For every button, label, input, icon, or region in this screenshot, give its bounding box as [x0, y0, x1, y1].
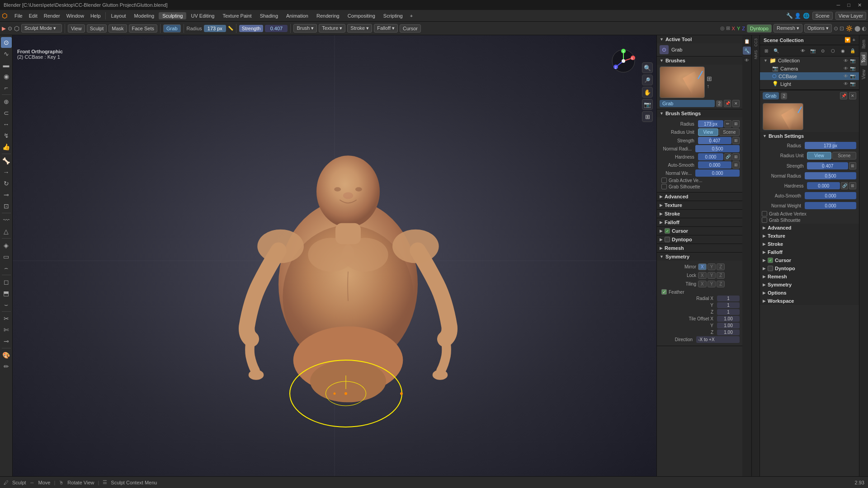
tool-flatten[interactable]: ▬ [1, 60, 12, 70]
tab-rendering[interactable]: Rendering [313, 12, 343, 19]
right-tab-item[interactable]: Item [860, 37, 867, 51]
right-remesh-header[interactable]: ▶ Remesh [760, 272, 859, 281]
tool-lasso-face[interactable]: ⌣ [1, 299, 12, 310]
scene-filter-icon[interactable]: 🔽 [844, 37, 851, 43]
tool-pose[interactable]: 🦴 [1, 155, 12, 166]
brush-replace-btn[interactable]: ↑ [707, 83, 712, 89]
tab-modeling[interactable]: Modeling [131, 12, 158, 19]
right-dyntopo-cb[interactable] [768, 266, 773, 271]
strength-value-display[interactable]: 0.407 [265, 25, 288, 32]
right-hardness-link-btn[interactable]: 🔗 [841, 182, 848, 189]
hand-tool-btn[interactable]: ✋ [642, 87, 653, 98]
sculpt-mode-dropdown[interactable]: Sculpt Mode ▾ [21, 24, 62, 33]
symmetry-header[interactable]: ▼ Symmetry [657, 253, 742, 261]
right-strength-expand-btn[interactable]: ⊞ [849, 162, 856, 169]
tool-fill[interactable]: ◉ [1, 71, 12, 82]
tab-animation[interactable]: Animation [283, 12, 312, 19]
scene-filter-btn[interactable]: 🔍 [772, 46, 781, 55]
tool-slide-relax[interactable]: ⊸ [1, 189, 12, 200]
lock-z-btn[interactable]: Z [717, 272, 725, 279]
scene-expand-all-btn[interactable]: ⊞ [762, 46, 771, 55]
radius-input[interactable]: 173 px [698, 120, 723, 127]
brush-pin-btn[interactable]: 📌 [724, 100, 731, 107]
right-dyntopo-header[interactable]: ▶ Dyntopo [760, 264, 859, 272]
grab-active-vertex-cb[interactable] [661, 178, 667, 183]
texture-dropdown[interactable]: Texture ▾ [319, 24, 345, 33]
cursor-header[interactable]: ▶ ✓ Cursor [657, 227, 742, 235]
right-grab-pin-btn[interactable]: 📌 [840, 92, 847, 99]
menu-edit[interactable]: Edit [26, 12, 40, 19]
tool-snake[interactable]: ↯ [1, 130, 12, 141]
right-tab-view[interactable]: View [860, 67, 867, 82]
scene-indirect-btn[interactable]: ⬡ [828, 46, 837, 55]
right-workspace-header[interactable]: ▶ Workspace [760, 297, 859, 305]
radius-unit-view-btn[interactable]: View [698, 128, 718, 136]
sculpt-btn[interactable]: Sculpt [87, 24, 107, 33]
radius-value-display[interactable]: 173 px [204, 25, 226, 32]
menu-file[interactable]: File [12, 12, 25, 19]
scene-holdout-btn[interactable]: ⊙ [818, 46, 827, 55]
right-strength-input[interactable]: 0.407 [807, 162, 848, 169]
ccbase-eye-btn[interactable]: 👁 [844, 74, 848, 79]
right-radius-unit-view-btn[interactable]: View [807, 152, 831, 160]
props-tab-view[interactable]: 👁 [743, 56, 751, 64]
right-grab-active-vertex-cb[interactable] [762, 211, 767, 216]
tool-mask-color[interactable]: 🎨 [1, 350, 12, 361]
normal-weight-input[interactable]: 0.000 [695, 169, 740, 177]
cursor-dropdown[interactable]: Cursor [400, 24, 421, 33]
light-eye-btn[interactable]: 👁 [844, 81, 848, 86]
brushes-header[interactable]: ▼ Brushes [657, 56, 742, 65]
tool-mask[interactable]: ◈ [1, 240, 12, 251]
add-workspace-btn[interactable]: + [407, 12, 415, 19]
strength-expand-btn[interactable]: ⊞ [732, 137, 740, 144]
tab-texture-paint[interactable]: Texture Paint [219, 12, 255, 19]
blender-logo[interactable]: ⬡ [2, 12, 7, 19]
menu-help[interactable]: Help [88, 12, 104, 19]
right-cursor-header[interactable]: ▶ ✓ Cursor [760, 256, 859, 264]
menu-window[interactable]: Window [64, 12, 87, 19]
stroke-header[interactable]: ▶ Stroke [657, 210, 742, 218]
close-btn[interactable]: ✕ [855, 2, 864, 8]
grid-toggle-btn[interactable]: ⊞ [642, 111, 653, 122]
right-grab-close-btn[interactable]: ✕ [849, 92, 856, 99]
options-btn[interactable]: Options ▾ [804, 24, 832, 33]
collection-camera-btn[interactable]: 📷 [850, 58, 855, 63]
right-grab-name[interactable]: Grab [763, 92, 779, 99]
xyz-axis-z[interactable]: Z [742, 26, 745, 31]
tab-layout[interactable]: Layout [108, 12, 130, 19]
ccbase-item[interactable]: ▶ ⬡ CCBase 👁 📷 [760, 72, 859, 80]
tool-annotate[interactable]: ✏ [1, 361, 12, 372]
feather-cb[interactable]: ✓ [661, 289, 667, 295]
brush-close-btn[interactable]: ✕ [732, 100, 740, 107]
mirror-x-btn[interactable]: X [698, 263, 707, 270]
right-normal-radius-input[interactable]: 0.500 [805, 172, 856, 179]
view-layer-dropdown[interactable]: View Layer [835, 12, 866, 20]
hardness-expand-btn[interactable]: ⊞ [732, 153, 740, 160]
direction-dropdown[interactable]: -X to +X [696, 336, 740, 343]
tile-offset-y-val[interactable]: 1.00 [717, 323, 740, 328]
tool-grab[interactable]: ⊙ [1, 37, 12, 48]
right-radius-input[interactable]: 173 px [805, 142, 856, 149]
brush-thumbnail[interactable] [660, 66, 705, 98]
tool-scrape[interactable]: ⌐ [1, 82, 12, 93]
camera-toggle-btn[interactable]: 📷 [642, 99, 653, 110]
right-options-header[interactable]: ▶ Options [760, 289, 859, 297]
tool-thumb[interactable]: 👍 [1, 141, 12, 152]
face-sets-btn[interactable]: Face Sets [129, 24, 158, 33]
tool-box-mask[interactable]: ▭ [1, 251, 12, 262]
tool-nudge[interactable]: → [1, 167, 12, 178]
scene-dropdown[interactable]: Scene [812, 12, 833, 20]
right-falloff-header[interactable]: ▶ Falloff [760, 248, 859, 256]
auto-smooth-input[interactable]: 0.000 [698, 161, 731, 169]
right-symmetry-header[interactable]: ▶ Symmetry [760, 281, 859, 289]
brush-dropdown[interactable]: Brush ▾ [293, 24, 317, 33]
radius-unit-scene-btn[interactable]: Scene [719, 128, 740, 136]
tool-lasso-mask[interactable]: ⌢ [1, 263, 12, 273]
tool-multiplane[interactable]: ⊕ [1, 96, 12, 107]
right-hardness-input[interactable]: 0.000 [807, 182, 840, 189]
mirror-y-btn[interactable]: Y [708, 263, 716, 270]
normal-radius-input[interactable]: 0.500 [695, 145, 740, 152]
scene-add-icon[interactable]: + [853, 37, 855, 43]
minimize-btn[interactable]: ─ [834, 2, 843, 8]
radial-z-val[interactable]: 1 [717, 309, 740, 315]
